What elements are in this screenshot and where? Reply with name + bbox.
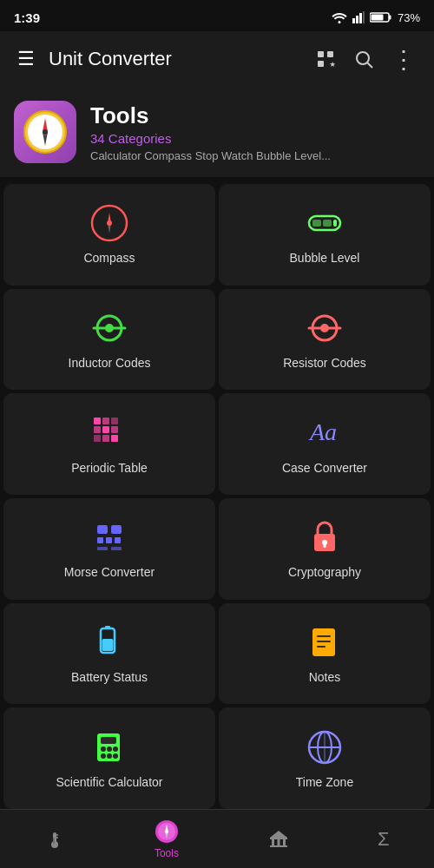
svg-rect-42: [97, 525, 108, 534]
svg-point-66: [113, 753, 118, 759]
grid-item-inductor-codes[interactable]: Inductor Codes: [3, 289, 215, 391]
more-options-button[interactable]: ⋮: [385, 38, 424, 81]
thermometer-icon: [44, 829, 65, 850]
svg-rect-81: [270, 838, 287, 839]
svg-rect-38: [94, 435, 101, 442]
svg-rect-40: [111, 435, 118, 442]
svg-rect-7: [318, 51, 324, 57]
battery-icon: [370, 11, 392, 23]
grid-item-scientific-calculator[interactable]: Scientific Calculator: [3, 707, 215, 809]
cryptography-label: Cryptography: [288, 565, 361, 579]
svg-point-28: [105, 324, 114, 332]
compass-logo-icon: [23, 109, 68, 155]
header-card: Tools 34 Categories Calculator Compass S…: [0, 87, 434, 177]
grid-item-cryptography[interactable]: Cryptography: [219, 498, 431, 600]
svg-rect-51: [324, 543, 326, 548]
grid-item-notes[interactable]: Notes: [219, 603, 431, 705]
grid-item-morse-converter[interactable]: Morse Converter: [3, 498, 215, 600]
svg-rect-2: [359, 13, 362, 23]
nav-temperature[interactable]: [27, 822, 82, 857]
notes-label: Notes: [309, 670, 341, 684]
grid-item-case-converter[interactable]: AaCase Converter: [219, 393, 431, 495]
svg-point-31: [320, 324, 329, 332]
tools-grid: CompassBubble LevelInductor CodesResisto…: [0, 181, 434, 812]
svg-rect-47: [97, 547, 108, 550]
tools-nav-icon: [155, 819, 179, 844]
svg-rect-5: [389, 16, 391, 20]
grid-item-periodic-table[interactable]: Periodic Table: [3, 393, 215, 495]
grid-item-time-zone[interactable]: Time Zone: [219, 707, 431, 809]
svg-rect-73: [54, 838, 55, 844]
svg-point-11: [357, 52, 369, 64]
menu-button[interactable]: ☰: [10, 41, 42, 77]
cryptography-icon: [306, 518, 344, 556]
battery-status-icon: [90, 623, 128, 661]
nav-sigma[interactable]: Σ: [360, 821, 407, 858]
svg-rect-36: [102, 426, 109, 433]
svg-rect-57: [317, 641, 331, 642]
bottom-navigation: Tools Σ: [0, 809, 434, 868]
svg-rect-9: [318, 61, 324, 67]
svg-rect-54: [102, 639, 114, 651]
header-description: Calculator Compass Stop Watch Bubble Lev…: [90, 149, 331, 162]
svg-rect-34: [111, 418, 118, 424]
scientific-calculator-label: Scientific Calculator: [56, 775, 163, 789]
signal-icon: [352, 11, 365, 23]
svg-rect-45: [106, 537, 112, 543]
svg-rect-25: [333, 220, 337, 227]
svg-point-80: [165, 830, 168, 833]
svg-rect-58: [317, 646, 326, 648]
time-zone-icon: [306, 728, 344, 766]
grid-star-button[interactable]: [308, 42, 343, 76]
periodic-table-label: Periodic Table: [71, 461, 148, 475]
svg-rect-84: [277, 839, 279, 845]
morse-converter-icon: [90, 518, 128, 556]
header-text: Tools 34 Categories Calculator Compass S…: [90, 102, 331, 162]
grid-item-compass[interactable]: Compass: [3, 184, 215, 286]
morse-converter-label: Morse Converter: [64, 565, 155, 579]
svg-rect-35: [94, 426, 101, 433]
tools-nav-label: Tools: [155, 847, 179, 859]
compass-label: Compass: [83, 251, 135, 265]
svg-point-17: [43, 129, 48, 135]
status-icons: 73%: [332, 11, 420, 24]
notes-icon: [306, 623, 344, 661]
svg-rect-24: [323, 220, 332, 227]
svg-rect-44: [97, 537, 103, 543]
svg-rect-85: [283, 839, 286, 845]
svg-point-61: [101, 746, 106, 752]
svg-rect-1: [356, 16, 358, 23]
svg-rect-53: [105, 626, 110, 629]
svg-rect-56: [317, 635, 331, 637]
grid-item-resistor-codes[interactable]: Resistor Codes: [219, 289, 431, 391]
battery-status-label: Battery Status: [71, 670, 148, 684]
bank-icon: [268, 829, 289, 850]
svg-rect-6: [371, 15, 383, 21]
svg-rect-39: [102, 435, 109, 442]
svg-marker-82: [270, 831, 287, 838]
svg-point-65: [107, 753, 112, 759]
app-title: Unit Converter: [49, 48, 308, 70]
app-logo: [14, 101, 76, 163]
svg-point-64: [101, 753, 106, 759]
battery-text: 73%: [398, 11, 420, 24]
svg-rect-37: [111, 426, 118, 433]
svg-rect-33: [102, 418, 109, 424]
svg-rect-8: [327, 51, 333, 57]
nav-tools[interactable]: Tools: [137, 812, 196, 866]
svg-rect-43: [111, 525, 122, 534]
app-bar-icons: ⋮: [308, 38, 424, 81]
wifi-icon: [332, 11, 347, 23]
status-time: 1:39: [14, 10, 40, 25]
periodic-table-icon: [90, 414, 128, 452]
grid-item-bubble-level[interactable]: Bubble Level: [219, 184, 431, 286]
sigma-icon: Σ: [378, 828, 390, 851]
inductor-codes-label: Inductor Codes: [69, 356, 151, 370]
bubble-level-icon: [306, 204, 344, 242]
search-button[interactable]: [346, 42, 381, 76]
grid-item-battery-status[interactable]: Battery Status: [3, 603, 215, 705]
svg-rect-3: [363, 11, 365, 23]
compass-icon: [90, 204, 128, 242]
nav-converters[interactable]: [251, 822, 306, 857]
time-zone-label: Time Zone: [296, 775, 353, 789]
